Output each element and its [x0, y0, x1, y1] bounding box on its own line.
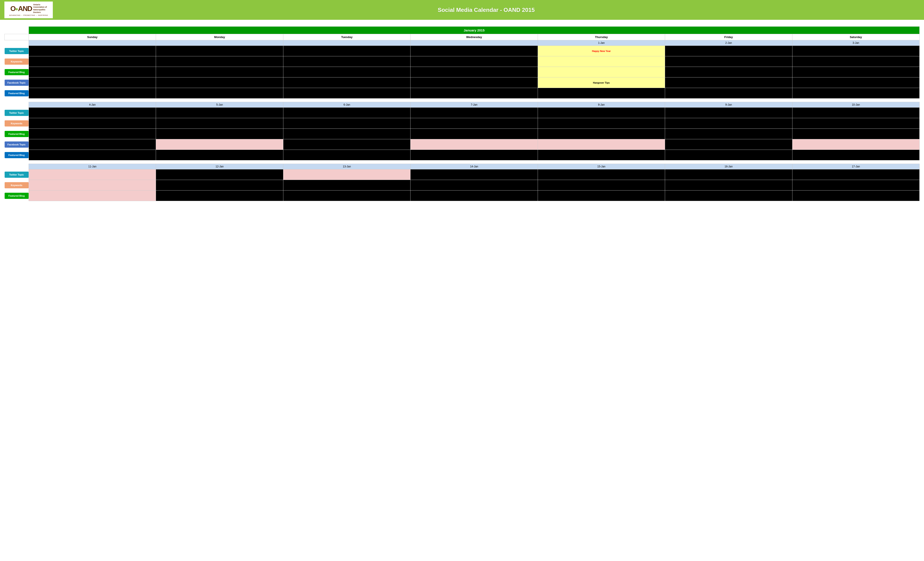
dow-sunday: Sunday — [29, 34, 156, 40]
date-w3-thu: 15-Jan — [538, 164, 665, 170]
label-col-header — [4, 34, 29, 40]
date-w1-fri: 2-Jan — [665, 40, 792, 46]
featured-row-week3: Featured Blog — [4, 190, 920, 201]
date-w3-sun: 11-Jan — [29, 164, 156, 170]
dow-friday: Friday — [665, 34, 792, 40]
facebook-row-week2: Facebook Topic — [4, 139, 920, 150]
month-label: January 2015 — [29, 27, 920, 34]
day-of-week-row: Sunday Monday Tuesday Wednesday Thursday… — [4, 34, 920, 40]
date-w3-mon: 12-Jan — [156, 164, 283, 170]
keywords-label: Keywords — [4, 58, 29, 64]
twitter-row-week3: Twitter Topic — [4, 170, 920, 180]
logo-org-name: Ontario Association of Naturopathic Doct… — [33, 3, 47, 14]
date-w2-wed: 7-Jan — [411, 102, 538, 108]
dow-saturday: Saturday — [792, 34, 920, 40]
featured2-row-week2: Featured Blog — [4, 150, 920, 160]
featured-blog-2-label-2: Featured Blog — [4, 152, 29, 158]
date-row-week3: 11-Jan 12-Jan 13-Jan 14-Jan 15-Jan 16-Ja… — [4, 164, 920, 170]
keywords-label-2: Keywords — [4, 120, 29, 126]
date-w1-mon — [156, 40, 283, 46]
twitter-label: Twitter Topic — [4, 48, 29, 54]
dow-monday: Monday — [156, 34, 283, 40]
tw-w1-mon — [156, 46, 283, 56]
date-w2-fri: 9-Jan — [665, 102, 792, 108]
facebook-label-1: Facebook Topic — [4, 80, 29, 86]
date-row-week2: 4-Jan 5-Jan 6-Jan 7-Jan 8-Jan 9-Jan 10-J… — [4, 102, 920, 108]
dow-tuesday: Tuesday — [283, 34, 410, 40]
happy-new-year-text: Happy New Year — [538, 46, 665, 56]
tw-w1-fri — [665, 46, 792, 56]
date-w2-sat: 10-Jan — [792, 102, 920, 108]
facebook-label-2: Facebook Topic — [4, 141, 29, 148]
date-w1-wed — [411, 40, 538, 46]
featured-row-week1: Featured Blog — [4, 67, 920, 78]
spacer-2 — [4, 160, 920, 164]
logo-text: OAND — [10, 5, 32, 12]
tw-w1-wed — [411, 46, 538, 56]
date-w3-fri: 16-Jan — [665, 164, 792, 170]
app-header: OAND Ontario Association of Naturopathic… — [0, 0, 924, 20]
featured-blog-label-2: Featured Blog — [4, 131, 29, 137]
twitter-label-3: Twitter Topic — [4, 172, 29, 178]
tw-w1-sat — [792, 46, 920, 56]
date-w3-sat: 17-Jan — [792, 164, 920, 170]
month-header-row: January 2015 — [4, 27, 920, 34]
hangover-tips-text: Hangover Tips — [538, 78, 665, 88]
facebook-row-week1: Facebook Topic Hangover Tips — [4, 78, 920, 88]
featured2-row-week1: Featured Blog — [4, 88, 920, 99]
spacer-1 — [4, 99, 920, 102]
featured-blog-label-3: Featured Blog — [4, 193, 29, 199]
date-w1-tue — [283, 40, 410, 46]
tw-w1-tue — [283, 46, 410, 56]
featured-blog-2-label-1: Featured Blog — [4, 90, 29, 96]
keywords-row-week2: Keywords — [4, 118, 920, 129]
keywords-row-week3: Keywords — [4, 180, 920, 190]
date-w3-wed: 14-Jan — [411, 164, 538, 170]
tw-w1-thu: Happy New Year — [538, 46, 665, 56]
page-title: Social Media Calendar - OAND 2015 — [53, 7, 920, 14]
dow-thursday: Thursday — [538, 34, 665, 40]
featured-row-week2: Featured Blog — [4, 129, 920, 139]
date-w1-sat: 3-Jan — [792, 40, 920, 46]
date-w1-thu: 1-Jan — [538, 40, 665, 46]
twitter-row-week2: Twitter Topic — [4, 108, 920, 118]
date-row-week1: 1-Jan 2-Jan 3-Jan — [4, 40, 920, 46]
twitter-label-2: Twitter Topic — [4, 110, 29, 116]
date-w2-tue: 6-Jan — [283, 102, 410, 108]
date-w3-tue: 13-Jan — [283, 164, 410, 170]
keywords-label-3: Keywords — [4, 182, 29, 188]
calendar-area: January 2015 Sunday Monday Tuesday Wedne… — [0, 20, 924, 206]
twitter-row-week1: Twitter Topic Happy New Year — [4, 46, 920, 56]
keywords-row-week1: Keywords — [4, 56, 920, 67]
date-w2-thu: 8-Jan — [538, 102, 665, 108]
dow-wednesday: Wednesday — [411, 34, 538, 40]
logo-tagline: ADVANCING • PROMOTING • INSPIRING — [9, 14, 48, 16]
tw-w1-sun — [29, 46, 156, 56]
logo-area: OAND Ontario Association of Naturopathic… — [4, 2, 53, 18]
featured-blog-label-1: Featured Blog — [4, 69, 29, 75]
calendar-table: January 2015 Sunday Monday Tuesday Wedne… — [4, 26, 920, 201]
date-w2-sun: 4-Jan — [29, 102, 156, 108]
date-w1-sun — [29, 40, 156, 46]
date-w2-mon: 5-Jan — [156, 102, 283, 108]
